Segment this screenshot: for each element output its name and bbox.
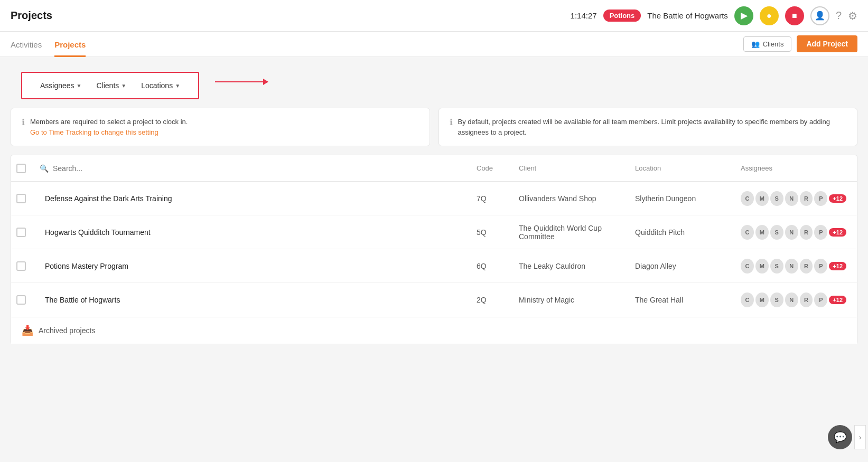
info-banner-1: ℹ Members are required to select a proje…: [11, 108, 430, 146]
assignee-avatar: P: [814, 259, 827, 274]
assignee-avatar: R: [800, 259, 813, 274]
project-assignees: CMSNRP +12: [735, 293, 852, 307]
table-row[interactable]: The Battle of Hogwarts 2Q Ministry of Ma…: [11, 283, 857, 317]
col-header-code: Code: [471, 164, 514, 172]
archived-projects-row[interactable]: 📥 Archived projects: [11, 317, 857, 344]
potions-badge[interactable]: Potions: [603, 10, 641, 22]
project-client: The Quidditch World Cup Committee: [514, 224, 630, 241]
assignee-avatar: N: [785, 259, 798, 274]
row-checkbox-0[interactable]: [16, 194, 26, 203]
project-client: Ollivanders Wand Shop: [514, 194, 630, 203]
search-icon: 🔍: [40, 164, 49, 173]
assignee-avatar: M: [755, 259, 769, 274]
info-banner-2: ℹ By default, projects created will be a…: [438, 108, 858, 146]
info-link-1[interactable]: Go to Time Tracking to change this setti…: [30, 128, 158, 136]
table-row[interactable]: Potions Mastery Program 6Q The Leaky Cau…: [11, 249, 857, 283]
select-all-checkbox[interactable]: [16, 164, 26, 173]
assignee-avatar: C: [741, 225, 754, 240]
tab-activities[interactable]: Activities: [11, 34, 42, 57]
assignee-avatar: C: [741, 191, 754, 206]
table-row[interactable]: Hogwarts Quidditch Tournament 5Q The Qui…: [11, 215, 857, 249]
projects-table: 🔍 Code Client Location Assignees Defense…: [11, 155, 857, 344]
clients-filter[interactable]: Clients ▼: [89, 78, 134, 93]
locations-arrow-icon: ▼: [175, 83, 180, 89]
project-name: The Battle of Hogwarts: [40, 296, 471, 304]
page-title: Projects: [11, 10, 52, 22]
assignee-avatar: P: [814, 225, 827, 240]
col-header-location: Location: [630, 164, 735, 172]
info-banners: ℹ Members are required to select a proje…: [11, 108, 857, 146]
play-button[interactable]: ▶: [734, 6, 753, 25]
assignee-avatar: C: [741, 293, 754, 307]
clients-icon: 👥: [751, 40, 760, 48]
project-location: Diagon Alley: [630, 262, 735, 270]
assignee-avatar: P: [814, 191, 827, 206]
project-client: Ministry of Magic: [514, 296, 630, 304]
assignees-more: +12: [829, 194, 846, 203]
search-cell: 🔍: [40, 164, 471, 173]
project-assignees: CMSNRP +12: [735, 191, 852, 206]
table-search-row: 🔍 Code Client Location Assignees: [11, 155, 857, 182]
assignee-avatar: N: [785, 225, 798, 240]
archive-icon: 📥: [22, 325, 33, 336]
assignees-more: +12: [829, 228, 846, 237]
project-code: 2Q: [471, 296, 514, 304]
assignee-avatar: S: [770, 293, 783, 307]
annotation-arrow: [215, 81, 268, 82]
project-code: 6Q: [471, 262, 514, 270]
project-code: 5Q: [471, 228, 514, 237]
assignee-avatar: M: [755, 191, 769, 206]
assignee-avatar: S: [770, 225, 783, 240]
search-input[interactable]: [53, 164, 471, 173]
project-name: Defense Against the Dark Arts Training: [40, 194, 471, 203]
project-code: 7Q: [471, 194, 514, 203]
row-checkbox-3[interactable]: [16, 295, 26, 305]
project-client: The Leaky Cauldron: [514, 262, 630, 270]
archived-label: Archived projects: [39, 326, 95, 335]
col-header-client: Client: [514, 164, 630, 172]
app-header: Projects 1:14:27 Potions The Battle of H…: [0, 0, 868, 32]
row-checkbox-1[interactable]: [16, 228, 26, 237]
current-project-name: The Battle of Hogwarts: [647, 11, 728, 20]
assignees-filter[interactable]: Assignees ▼: [33, 78, 89, 93]
filter-bar: Assignees ▼ Clients ▼ Locations ▼: [21, 72, 199, 99]
user-icon-button[interactable]: 👤: [810, 6, 829, 25]
project-name: Potions Mastery Program: [40, 262, 471, 270]
assignee-avatar: M: [755, 293, 769, 307]
assignees-more: +12: [829, 296, 846, 304]
nav-tabs: Activities Projects 👥 Clients Add Projec…: [0, 32, 868, 57]
project-assignees: CMSNRP +12: [735, 259, 852, 274]
locations-filter[interactable]: Locations ▼: [134, 78, 188, 93]
assignee-avatar: N: [785, 191, 798, 206]
add-project-button[interactable]: Add Project: [797, 35, 857, 52]
header-right: 1:14:27 Potions The Battle of Hogwarts ▶…: [571, 6, 857, 25]
assignee-avatar: C: [741, 259, 754, 274]
assignee-avatar: M: [755, 225, 769, 240]
assignee-avatar: R: [800, 191, 813, 206]
info-text-1: Members are required to select a project…: [30, 118, 188, 126]
table-rows-container: Defense Against the Dark Arts Training 7…: [11, 182, 857, 317]
project-location: The Great Hall: [630, 296, 735, 304]
assignee-avatar: R: [800, 293, 813, 307]
stop-button[interactable]: ■: [785, 6, 804, 25]
assignee-avatar: R: [800, 225, 813, 240]
timer-display: 1:14:27: [571, 11, 597, 20]
table-row[interactable]: Defense Against the Dark Arts Training 7…: [11, 182, 857, 215]
info-text-2: By default, projects created will be ava…: [458, 117, 847, 137]
project-name: Hogwarts Quidditch Tournament: [40, 228, 471, 237]
star-button[interactable]: ●: [760, 6, 779, 25]
help-icon[interactable]: ?: [836, 10, 842, 22]
nav-tab-right: 👥 Clients Add Project: [743, 35, 857, 56]
clients-nav-button[interactable]: 👥 Clients: [743, 36, 792, 52]
settings-icon[interactable]: ⚙: [848, 10, 857, 22]
assignees-arrow-icon: ▼: [77, 83, 82, 89]
info-icon-1: ℹ: [22, 117, 25, 127]
project-assignees: CMSNRP +12: [735, 225, 852, 240]
assignee-avatar: S: [770, 259, 783, 274]
clients-arrow-icon: ▼: [121, 83, 126, 89]
assignee-avatar: S: [770, 191, 783, 206]
tab-projects[interactable]: Projects: [54, 34, 86, 57]
col-header-assignees: Assignees: [735, 164, 852, 172]
row-checkbox-2[interactable]: [16, 261, 26, 271]
assignee-avatar: N: [785, 293, 798, 307]
